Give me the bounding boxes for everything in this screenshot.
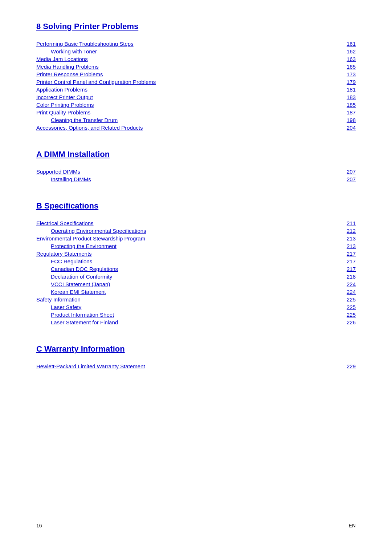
- toc-entry-page[interactable]: 187: [308, 109, 356, 116]
- heading-solving-printer-problems[interactable]: 8 Solving Printer Problems: [36, 22, 356, 31]
- toc-entry-title[interactable]: Laser Safety: [36, 303, 308, 311]
- toc-entry-title[interactable]: Korean EMI Statement: [36, 288, 308, 296]
- toc-entry-page[interactable]: 179: [308, 78, 356, 86]
- toc-entry-page[interactable]: 229: [308, 362, 356, 370]
- toc-entry-title[interactable]: Environmental Product Stewardship Progra…: [36, 235, 308, 242]
- toc-entry-title[interactable]: Declaration of Conformity: [36, 273, 308, 280]
- toc-row: Printer Response Problems173: [36, 70, 356, 78]
- toc-row: Application Problems181: [36, 86, 356, 93]
- toc-entry-page[interactable]: 204: [308, 124, 356, 131]
- toc-entry-title[interactable]: Laser Statement for Finland: [36, 319, 308, 326]
- toc-entry-page[interactable]: 217: [308, 265, 356, 273]
- toc-row: Laser Statement for Finland226: [36, 319, 356, 326]
- toc-entry-title[interactable]: Canadian DOC Regulations: [36, 265, 308, 273]
- toc-row: Supported DIMMs207: [36, 168, 356, 175]
- toc-entry-page[interactable]: 211: [308, 219, 356, 227]
- toc-row: Electrical Specifications211: [36, 219, 356, 227]
- heading-specifications[interactable]: B Specifications: [36, 201, 356, 211]
- toc-row: VCCI Statement (Japan)224: [36, 280, 356, 288]
- toc-row: Color Printing Problems185: [36, 101, 356, 109]
- toc-entry-title[interactable]: Product Information Sheet: [36, 311, 308, 319]
- toc-entry-title[interactable]: Cleaning the Transfer Drum: [36, 116, 308, 124]
- toc-entry-page[interactable]: 162: [308, 48, 356, 55]
- toc-entry-page[interactable]: 213: [308, 242, 356, 250]
- toc-entry-page[interactable]: 173: [308, 70, 356, 78]
- section-specifications: B SpecificationsElectrical Specification…: [36, 201, 356, 326]
- toc-entry-page[interactable]: 226: [308, 319, 356, 326]
- toc-entry-title[interactable]: Incorrect Printer Output: [36, 93, 308, 101]
- toc-row: Protecting the Environment213: [36, 242, 356, 250]
- toc-entry-page[interactable]: 218: [308, 273, 356, 280]
- toc-row: Printer Control Panel and Configuration …: [36, 78, 356, 86]
- toc-entry-page[interactable]: 225: [308, 296, 356, 303]
- footer-locale: EN: [349, 523, 356, 528]
- toc-entry-page[interactable]: 225: [308, 303, 356, 311]
- toc-entry-page[interactable]: 224: [308, 288, 356, 296]
- toc-row: Environmental Product Stewardship Progra…: [36, 235, 356, 242]
- toc-entry-page[interactable]: 225: [308, 311, 356, 319]
- toc-entry-title[interactable]: Media Handling Problems: [36, 63, 308, 70]
- toc-entry-page[interactable]: 207: [308, 175, 356, 183]
- toc-entry-page[interactable]: 161: [308, 40, 356, 48]
- section-solving-printer-problems: 8 Solving Printer ProblemsPerforming Bas…: [36, 22, 356, 131]
- heading-warranty-information[interactable]: C Warranty Information: [36, 344, 356, 354]
- toc-row: Canadian DOC Regulations217: [36, 265, 356, 273]
- toc-entry-title[interactable]: Hewlett-Packard Limited Warranty Stateme…: [36, 362, 308, 370]
- toc-row: Declaration of Conformity218: [36, 273, 356, 280]
- toc-entry-page[interactable]: 212: [308, 227, 356, 235]
- page-container: 8 Solving Printer ProblemsPerforming Bas…: [0, 0, 392, 417]
- toc-table-dimm-installation: Supported DIMMs207Installing DIMMs207: [36, 168, 356, 183]
- toc-row: Hewlett-Packard Limited Warranty Stateme…: [36, 362, 356, 370]
- toc-row: Media Jam Locations163: [36, 55, 356, 63]
- toc-row: Incorrect Printer Output183: [36, 93, 356, 101]
- toc-entry-title[interactable]: Print Quality Problems: [36, 109, 308, 116]
- toc-row: Installing DIMMs207: [36, 175, 356, 183]
- toc-entry-title[interactable]: Electrical Specifications: [36, 219, 308, 227]
- toc-row: Cleaning the Transfer Drum198: [36, 116, 356, 124]
- toc-entry-page[interactable]: 163: [308, 55, 356, 63]
- section-warranty-information: C Warranty InformationHewlett-Packard Li…: [36, 344, 356, 370]
- toc-row: Safety Information225: [36, 296, 356, 303]
- toc-entry-page[interactable]: 217: [308, 258, 356, 265]
- toc-entry-page[interactable]: 181: [308, 86, 356, 93]
- toc-table-solving-printer-problems: Performing Basic Troubleshooting Steps16…: [36, 40, 356, 131]
- toc-row: Print Quality Problems187: [36, 109, 356, 116]
- toc-row: Media Handling Problems165: [36, 63, 356, 70]
- toc-entry-page[interactable]: 165: [308, 63, 356, 70]
- toc-table-specifications: Electrical Specifications211Operating En…: [36, 219, 356, 326]
- toc-entry-page[interactable]: 207: [308, 168, 356, 175]
- toc-entry-title[interactable]: Performing Basic Troubleshooting Steps: [36, 40, 308, 48]
- toc-row: Performing Basic Troubleshooting Steps16…: [36, 40, 356, 48]
- heading-dimm-installation[interactable]: A DIMM Installation: [36, 150, 356, 159]
- toc-entry-page[interactable]: 224: [308, 280, 356, 288]
- toc-entry-title[interactable]: Installing DIMMs: [36, 175, 308, 183]
- toc-entry-title[interactable]: Color Printing Problems: [36, 101, 308, 109]
- toc-entry-title[interactable]: FCC Regulations: [36, 258, 308, 265]
- toc-row: FCC Regulations217: [36, 258, 356, 265]
- toc-entry-title[interactable]: Operating Environmental Specifications: [36, 227, 308, 235]
- toc-entry-page[interactable]: 183: [308, 93, 356, 101]
- toc-entry-title[interactable]: Regulatory Statements: [36, 250, 308, 258]
- toc-row: Operating Environmental Specifications21…: [36, 227, 356, 235]
- toc-row: Working with Toner162: [36, 48, 356, 55]
- section-dimm-installation: A DIMM InstallationSupported DIMMs207Ins…: [36, 150, 356, 183]
- toc-entry-title[interactable]: Printer Control Panel and Configuration …: [36, 78, 308, 86]
- toc-entry-title[interactable]: Working with Toner: [36, 48, 308, 55]
- toc-entry-page[interactable]: 213: [308, 235, 356, 242]
- toc-entry-page[interactable]: 217: [308, 250, 356, 258]
- toc-entry-page[interactable]: 185: [308, 101, 356, 109]
- toc-entry-title[interactable]: Printer Response Problems: [36, 70, 308, 78]
- toc-entry-title[interactable]: VCCI Statement (Japan): [36, 280, 308, 288]
- toc-entry-title[interactable]: Accessories, Options, and Related Produc…: [36, 124, 308, 131]
- toc-row: Product Information Sheet225: [36, 311, 356, 319]
- toc-entry-title[interactable]: Safety Information: [36, 296, 308, 303]
- toc-row: Korean EMI Statement224: [36, 288, 356, 296]
- toc-entry-title[interactable]: Protecting the Environment: [36, 242, 308, 250]
- toc-row: Laser Safety225: [36, 303, 356, 311]
- page-footer: 16 EN: [36, 523, 356, 528]
- toc-entry-title[interactable]: Media Jam Locations: [36, 55, 308, 63]
- toc-entry-page[interactable]: 198: [308, 116, 356, 124]
- toc-row: Regulatory Statements217: [36, 250, 356, 258]
- toc-entry-title[interactable]: Application Problems: [36, 86, 308, 93]
- toc-entry-title[interactable]: Supported DIMMs: [36, 168, 308, 175]
